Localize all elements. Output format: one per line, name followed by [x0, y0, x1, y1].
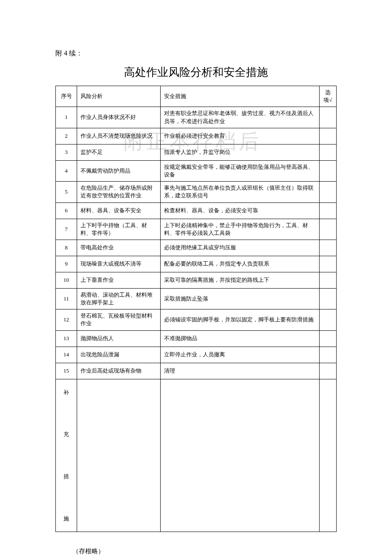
cell-seq: 10 — [56, 272, 77, 288]
table-row: 13 抛掷物品伤人 不准抛掷物品 — [56, 330, 337, 347]
cell-seq: 9 — [56, 256, 77, 272]
cell-measure: 检查材料、器具、设备，必须安全可靠 — [161, 202, 320, 219]
cell-check — [320, 272, 337, 288]
cell-measure: 事先与施工地点所在单位负责人或班组长（值班主任）取得联系，建立联系信号 — [161, 182, 320, 202]
table-row: 14 出现危险品泄漏 立即停止作业，人员撤离 — [56, 347, 337, 363]
cell-risk: 易滑动、滚动的工具、材料堆放在脚手架上 — [77, 288, 161, 309]
cell-risk: 作业人员不清楚现场危险状况 — [77, 128, 161, 144]
table-row: 15 作业后高处或现场有杂物 清理 — [56, 363, 337, 379]
header-check: 选项√ — [320, 86, 337, 107]
supplement-risk — [77, 379, 161, 532]
cell-seq: 6 — [56, 202, 77, 219]
cell-seq: 3 — [56, 144, 77, 160]
cell-check — [320, 363, 337, 379]
cell-seq: 14 — [56, 347, 77, 363]
table-body: 1 作业人员身体状况不好 对患有职业禁忌证和年老体弱、疲劳过度、视力不佳及酒后人… — [56, 107, 337, 532]
cell-check — [320, 256, 337, 272]
table-row: 1 作业人员身体状况不好 对患有职业禁忌证和年老体弱、疲劳过度、视力不佳及酒后人… — [56, 107, 337, 128]
cell-check — [320, 347, 337, 363]
table-row: 8 带电高处作业 必须使用绝缘工具或穿均压服 — [56, 240, 337, 256]
cell-risk: 作业后高处或现场有杂物 — [77, 363, 161, 379]
cell-measure: 上下时必须精神集中，禁止手中持物等危险行为，工具、材料、零件等必须装入工具袋 — [161, 219, 320, 240]
cell-check — [320, 202, 337, 219]
cell-seq: 11 — [56, 288, 77, 309]
table-row: 11 易滑动、滚动的工具、材料堆放在脚手架上 采取措施防止坠落 — [56, 288, 337, 309]
header-risk: 风险分析 — [77, 86, 161, 107]
cell-risk: 不佩戴劳动防护用品 — [77, 160, 161, 181]
cell-risk: 现场噪音大或视线不清等 — [77, 256, 161, 272]
cell-seq: 12 — [56, 309, 77, 330]
cell-check — [320, 128, 337, 144]
cell-measure: 作业前必须进行安全教育 — [161, 128, 320, 144]
supplement-check — [320, 379, 337, 532]
document-footnote: （存根略） — [72, 547, 337, 555]
cell-risk: 作业人员身体状况不好 — [77, 107, 161, 128]
cell-seq: 15 — [56, 363, 77, 379]
table-header-row: 序号 风险分析 安全措施 选项√ — [56, 86, 337, 107]
cell-risk: 在危险品生产、储存场所或附近有放空管线的位置作业 — [77, 182, 161, 202]
risk-analysis-table: 序号 风险分析 安全措施 选项√ 1 作业人员身体状况不好 对患有职业禁忌证和年… — [55, 86, 337, 532]
document-title: 高处作业风险分析和安全措施 — [55, 65, 337, 80]
cell-seq: 2 — [56, 128, 77, 144]
cell-risk: 登石棉瓦、瓦棱板等轻型材料作业 — [77, 309, 161, 330]
cell-seq: 7 — [56, 219, 77, 240]
cell-check — [320, 182, 337, 202]
cell-measure: 立即停止作业，人员撤离 — [161, 347, 320, 363]
cell-seq: 4 — [56, 160, 77, 181]
table-row: 10 上下垂直作业 采取可靠的隔离措施，并按指定的路线上下 — [56, 272, 337, 288]
supplement-label: 补 充 措 施 — [56, 379, 77, 532]
cell-seq: 5 — [56, 182, 77, 202]
cell-check — [320, 107, 337, 128]
cell-risk: 抛掷物品伤人 — [77, 330, 161, 347]
cell-seq: 13 — [56, 330, 77, 347]
cell-risk: 上下垂直作业 — [77, 272, 161, 288]
document-prefix: 附 4 续： — [55, 49, 337, 58]
cell-measure: 按规定佩戴安全带等，能够正确使用防坠落用品与登高器具、设备 — [161, 160, 320, 181]
cell-risk: 出现危险品泄漏 — [77, 347, 161, 363]
cell-risk: 上下时手中持物（工具、材料、零件等） — [77, 219, 161, 240]
supplement-measure — [161, 379, 320, 532]
table-row: 9 现场噪音大或视线不清等 配备必要的联络工具，并指定专人负责联系 — [56, 256, 337, 272]
cell-check — [320, 288, 337, 309]
table-row: 12 登石棉瓦、瓦棱板等轻型材料作业 必须铺设牢固的脚手板，并加以固定，脚手板上… — [56, 309, 337, 330]
table-row: 6 材料、器具、设备不安全 检查材料、器具、设备，必须安全可靠 — [56, 202, 337, 219]
cell-measure: 必须铺设牢固的脚手板，并加以固定，脚手板上要有防滑措施 — [161, 309, 320, 330]
supplement-row: 补 充 措 施 — [56, 379, 337, 532]
table-row: 3 监护不足 指派专人监护，并监守岗位 — [56, 144, 337, 160]
table-row: 5 在危险品生产、储存场所或附近有放空管线的位置作业 事先与施工地点所在单位负责… — [56, 182, 337, 202]
cell-risk: 材料、器具、设备不安全 — [77, 202, 161, 219]
cell-risk: 监护不足 — [77, 144, 161, 160]
cell-check — [320, 219, 337, 240]
cell-measure: 不准抛掷物品 — [161, 330, 320, 347]
cell-check — [320, 309, 337, 330]
table-row: 4 不佩戴劳动防护用品 按规定佩戴安全带等，能够正确使用防坠落用品与登高器具、设… — [56, 160, 337, 181]
cell-check — [320, 330, 337, 347]
cell-seq: 8 — [56, 240, 77, 256]
cell-check — [320, 144, 337, 160]
cell-check — [320, 160, 337, 181]
header-seq: 序号 — [56, 86, 77, 107]
cell-measure: 清理 — [161, 363, 320, 379]
cell-measure: 必须使用绝缘工具或穿均压服 — [161, 240, 320, 256]
cell-check — [320, 240, 337, 256]
cell-seq: 1 — [56, 107, 77, 128]
header-measure: 安全措施 — [161, 86, 320, 107]
table-row: 2 作业人员不清楚现场危险状况 作业前必须进行安全教育 — [56, 128, 337, 144]
cell-measure: 对患有职业禁忌证和年老体弱、疲劳过度、视力不佳及酒后人员等，不准进行高处作业 — [161, 107, 320, 128]
cell-measure: 指派专人监护，并监守岗位 — [161, 144, 320, 160]
cell-risk: 带电高处作业 — [77, 240, 161, 256]
cell-measure: 采取措施防止坠落 — [161, 288, 320, 309]
table-row: 7 上下时手中持物（工具、材料、零件等） 上下时必须精神集中，禁止手中持物等危险… — [56, 219, 337, 240]
cell-measure: 配备必要的联络工具，并指定专人负责联系 — [161, 256, 320, 272]
cell-measure: 采取可靠的隔离措施，并按指定的路线上下 — [161, 272, 320, 288]
